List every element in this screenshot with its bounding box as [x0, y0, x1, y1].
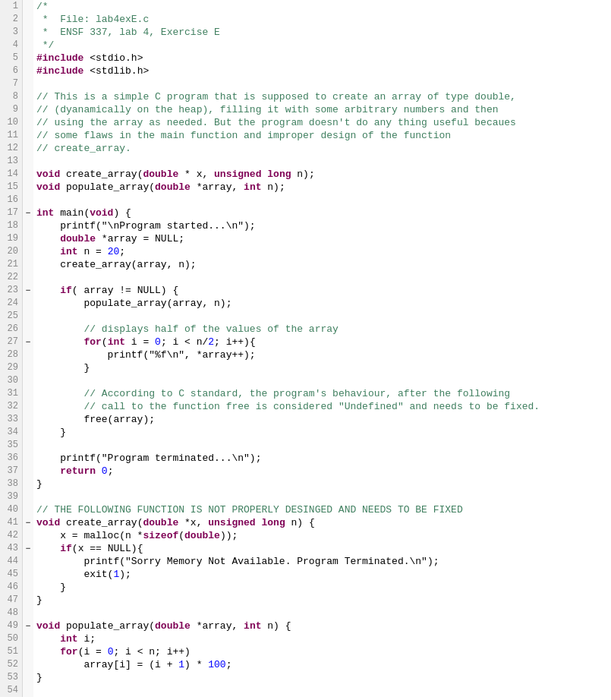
lines-wrapper: 1/*2 * File: lab4exE.c3 * ENSF 337, lab …	[0, 0, 611, 697]
table-row: 20 int n = 20;	[0, 245, 611, 258]
fold-column	[23, 555, 33, 568]
line-number: 3	[0, 26, 23, 39]
line-number: 51	[0, 645, 23, 658]
line-number: 50	[0, 632, 23, 645]
table-row: 19 double *array = NULL;	[0, 232, 611, 245]
code-line: int i;	[33, 632, 611, 645]
line-number: 27	[0, 336, 23, 348]
line-number: 26	[0, 323, 23, 336]
table-row: 10// using the array as needed. But the …	[0, 116, 611, 129]
code-line: // According to C standard, the program'…	[33, 387, 611, 400]
fold-column	[23, 232, 33, 245]
fold-column	[23, 116, 33, 129]
code-line: void populate_array(double *array, int n…	[33, 181, 611, 194]
line-number: 42	[0, 529, 23, 542]
fold-column[interactable]: −	[23, 284, 33, 297]
fold-column	[23, 361, 33, 374]
table-row: 21 create_array(array, n);	[0, 258, 611, 271]
table-row: 3 * ENSF 337, lab 4, Exercise E	[0, 26, 611, 39]
table-row: 53}	[0, 671, 611, 684]
line-number: 23	[0, 284, 23, 297]
code-line: double *array = NULL;	[33, 232, 611, 245]
table-row: 48	[0, 607, 611, 620]
line-number: 38	[0, 478, 23, 490]
fold-column	[23, 452, 33, 465]
table-row: 45 exit(1);	[0, 568, 611, 581]
fold-column[interactable]: −	[23, 620, 33, 632]
code-line	[33, 271, 611, 284]
fold-column[interactable]: −	[23, 207, 33, 219]
line-number: 49	[0, 620, 23, 632]
fold-icon[interactable]: −	[26, 338, 31, 347]
code-line: // displays half of the values of the ar…	[33, 323, 611, 336]
table-row: 14void create_array(double * x, unsigned…	[0, 168, 611, 181]
code-line: return 0;	[33, 465, 611, 478]
table-row: 16	[0, 194, 611, 207]
table-row: 2 * File: lab4exE.c	[0, 13, 611, 26]
line-number: 48	[0, 607, 23, 620]
code-line: // some flaws in the main function and i…	[33, 129, 611, 142]
line-number: 30	[0, 374, 23, 387]
code-line: // using the array as needed. But the pr…	[33, 116, 611, 129]
fold-column	[23, 632, 33, 645]
fold-column	[23, 65, 33, 77]
line-number: 11	[0, 129, 23, 142]
code-line	[33, 490, 611, 503]
table-row: 41−void create_array(double *x, unsigned…	[0, 516, 611, 529]
line-number: 13	[0, 155, 23, 168]
table-row: 50 int i;	[0, 632, 611, 645]
table-row: 38}	[0, 478, 611, 490]
code-line: void populate_array(double *array, int n…	[33, 620, 611, 632]
table-row: 51 for(i = 0; i < n; i++)	[0, 645, 611, 658]
code-line: * File: lab4exE.c	[33, 13, 611, 26]
fold-column[interactable]: −	[23, 516, 33, 529]
line-number: 44	[0, 555, 23, 568]
table-row: 46 }	[0, 581, 611, 594]
fold-column[interactable]: −	[23, 542, 33, 555]
table-row: 47}	[0, 594, 611, 607]
line-number: 18	[0, 219, 23, 232]
code-line: /*	[33, 0, 611, 13]
fold-column	[23, 194, 33, 207]
table-row: 30	[0, 374, 611, 387]
fold-column	[23, 413, 33, 426]
code-line: // call to the function free is consider…	[33, 400, 611, 413]
fold-column	[23, 297, 33, 310]
fold-column	[23, 426, 33, 439]
fold-column	[23, 439, 33, 452]
line-number: 14	[0, 168, 23, 181]
fold-icon[interactable]: −	[26, 519, 31, 528]
line-number: 54	[0, 684, 23, 697]
fold-column[interactable]: −	[23, 336, 33, 348]
table-row: 37 return 0;	[0, 465, 611, 478]
line-number: 29	[0, 361, 23, 374]
line-number: 53	[0, 671, 23, 684]
fold-column	[23, 387, 33, 400]
code-editor: 1/*2 * File: lab4exE.c3 * ENSF 337, lab …	[0, 0, 611, 697]
fold-column	[23, 52, 33, 65]
fold-column	[23, 607, 33, 620]
table-row: 33 free(array);	[0, 413, 611, 426]
table-row: 25	[0, 310, 611, 323]
table-row: 22	[0, 271, 611, 284]
line-number: 40	[0, 503, 23, 516]
code-line: }	[33, 478, 611, 490]
fold-icon[interactable]: −	[26, 622, 31, 631]
line-number: 45	[0, 568, 23, 581]
fold-column	[23, 155, 33, 168]
line-number: 31	[0, 387, 23, 400]
fold-column	[23, 26, 33, 39]
code-line: void create_array(double *x, unsigned lo…	[33, 516, 611, 529]
fold-icon[interactable]: −	[26, 209, 31, 218]
code-line: create_array(array, n);	[33, 258, 611, 271]
fold-icon[interactable]: −	[26, 286, 31, 295]
fold-column	[23, 465, 33, 478]
code-line: // create_array.	[33, 142, 611, 155]
code-line: x = malloc(n *sizeof(double));	[33, 529, 611, 542]
fold-column	[23, 684, 33, 697]
fold-icon[interactable]: −	[26, 544, 31, 553]
line-number: 19	[0, 232, 23, 245]
code-line: // This is a simple C program that is su…	[33, 90, 611, 103]
line-number: 21	[0, 258, 23, 271]
table-row: 43− if(x == NULL){	[0, 542, 611, 555]
